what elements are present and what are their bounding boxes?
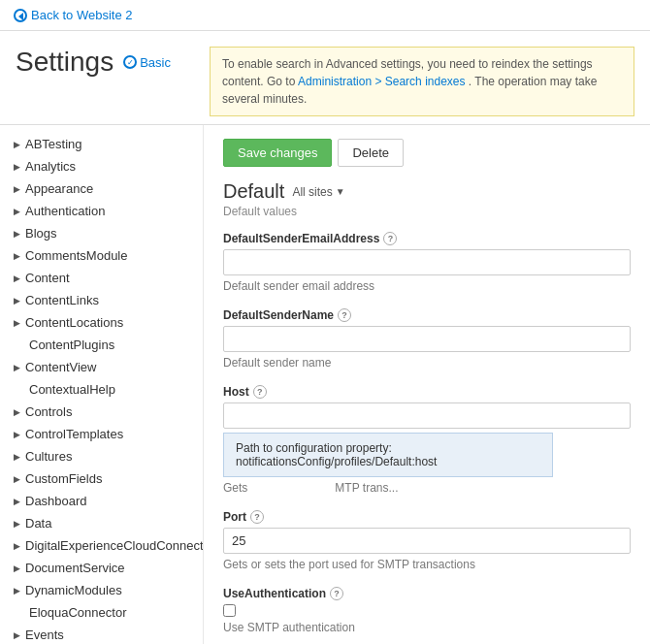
sidebar-item-label: Analytics [25, 159, 76, 174]
sidebar-item[interactable]: ▶ControlTemplates [0, 423, 203, 445]
content-area: ▶ABTesting▶Analytics▶Appearance▶Authenti… [0, 124, 650, 644]
sidebar-item-label: DocumentService [25, 561, 125, 575]
sidebar-item-label: Controls [25, 404, 72, 419]
sidebar-item[interactable]: ▶Data [0, 512, 203, 534]
sidebar-item-label: CommentsModule [25, 248, 128, 263]
field-group: DefaultSenderEmailAddress?Default sender… [223, 232, 631, 293]
sidebar-item-label: EloquaConnector [29, 605, 126, 620]
field-label: UseAuthentication? [223, 587, 631, 600]
field-label: Port? [223, 510, 631, 524]
sidebar-item[interactable]: ▶Events [0, 624, 203, 644]
sidebar-arrow-icon: ▶ [12, 184, 21, 194]
sidebar-item-label: Cultures [25, 449, 72, 464]
field-description: Default sender name [223, 356, 631, 370]
sidebar-item-label: ContentView [25, 360, 96, 374]
sidebar-item-label: CustomFields [25, 471, 102, 486]
sidebar-item-label: DynamicModules [25, 583, 122, 597]
sidebar-arrow-icon: ▶ [12, 318, 21, 328]
sidebar-item-label: ABTesting [25, 137, 82, 151]
sidebar-arrow-icon: ▶ [12, 586, 21, 596]
sidebar-item[interactable]: ▶Appearance [0, 177, 203, 200]
sidebar-item-label: Events [25, 628, 64, 642]
header-row: Settings ✓ Basic To enable search in Adv… [0, 31, 650, 124]
notice-link[interactable]: Administration > Search indexes [298, 75, 465, 88]
main-panel: Save changes Delete Default All sites ▼ … [204, 125, 650, 644]
field-group: DefaultSenderName?Default sender name [223, 308, 631, 370]
sidebar-item-label: ContentLinks [25, 293, 99, 307]
sidebar-item-label: ControlTemplates [25, 427, 123, 441]
field-label-text: DefaultSenderEmailAddress [223, 232, 379, 245]
sidebar-item-label: ContentLocations [25, 315, 123, 330]
sidebar-item[interactable]: ▶ContentLinks [0, 289, 203, 311]
sidebar-arrow-icon: ▶ [12, 497, 21, 506]
sidebar-arrow-icon: ▶ [12, 564, 21, 573]
sidebar-item[interactable]: ▶CommentsModule [0, 244, 203, 267]
sidebar-item[interactable]: ▶Authentication [0, 200, 203, 222]
section-header: Default All sites ▼ [223, 180, 631, 203]
back-label: Back to Website 2 [31, 8, 133, 22]
back-link[interactable]: Back to Website 2 [14, 8, 133, 22]
sidebar-arrow-icon: ▶ [12, 452, 21, 462]
basic-link[interactable]: ✓ Basic [123, 55, 171, 70]
sidebar-item-label: Appearance [25, 181, 93, 196]
sidebar-arrow-icon: ▶ [12, 251, 21, 261]
field-input-port[interactable] [223, 528, 631, 554]
sidebar-item-label: ContextualHelp [29, 382, 115, 397]
sidebar-item[interactable]: ▶ContentView [0, 356, 203, 378]
sidebar-arrow-icon: ▶ [12, 207, 21, 216]
sidebar-item[interactable]: ▶Content [0, 267, 203, 289]
use-auth-checkbox[interactable] [223, 604, 236, 617]
sidebar-item[interactable]: ▶Dashboard [0, 490, 203, 512]
sidebar-item[interactable]: ContentPlugins [0, 334, 203, 356]
back-icon [14, 9, 27, 22]
field-label: DefaultSenderEmailAddress? [223, 232, 631, 245]
sidebar-arrow-icon: ▶ [12, 407, 21, 417]
sidebar-item[interactable]: ▶Controls [0, 401, 203, 423]
delete-button[interactable]: Delete [338, 139, 404, 167]
field-label-text: UseAuthentication [223, 587, 326, 600]
sidebar-item[interactable]: ▶Blogs [0, 222, 203, 244]
field-input-default-sender-email[interactable] [223, 249, 631, 275]
sidebar-item-label: DigitalExperienceCloudConnector [25, 538, 204, 553]
caret-icon: ▼ [336, 186, 345, 197]
sidebar-item[interactable]: ▶Analytics [0, 155, 203, 177]
sites-dropdown[interactable]: All sites ▼ [292, 185, 344, 199]
field-label: DefaultSenderName? [223, 308, 631, 322]
sidebar-item[interactable]: ▶DocumentService [0, 557, 203, 579]
tooltip-popup: Path to configuration property: notifica… [223, 433, 553, 477]
field-description: Use SMTP authentication [223, 621, 631, 634]
sidebar-item[interactable]: ▶ABTesting [0, 133, 203, 155]
sidebar: ▶ABTesting▶Analytics▶Appearance▶Authenti… [0, 125, 204, 644]
field-description: Gets or sets the port used for SMTP tran… [223, 558, 631, 571]
field-input-default-sender-name[interactable] [223, 326, 631, 352]
field-group: Host?Path to configuration property: not… [223, 385, 631, 495]
sidebar-item[interactable]: ▶CustomFields [0, 467, 203, 490]
sidebar-item[interactable]: ▶DigitalExperienceCloudConnector [0, 534, 203, 557]
field-input-host[interactable] [223, 402, 631, 429]
sidebar-item-label: Content [25, 271, 70, 285]
sidebar-item[interactable]: ▶ContentLocations [0, 311, 203, 334]
sidebar-item[interactable]: ContextualHelp [0, 378, 203, 401]
sidebar-item[interactable]: ▶Cultures [0, 445, 203, 467]
help-icon[interactable]: ? [383, 232, 397, 245]
sidebar-item[interactable]: EloquaConnector [0, 601, 203, 624]
sidebar-item-label: Dashboard [25, 494, 87, 508]
sidebar-arrow-icon: ▶ [12, 630, 21, 640]
fields-container: DefaultSenderEmailAddress?Default sender… [223, 232, 631, 634]
circle-icon: ✓ [123, 55, 137, 69]
help-icon[interactable]: ? [338, 308, 351, 322]
help-icon[interactable]: ? [253, 385, 267, 399]
sidebar-item-label: Blogs [25, 226, 57, 241]
help-icon[interactable]: ? [250, 510, 264, 524]
field-label-text: Port [223, 510, 246, 524]
section-title: Default [223, 180, 284, 203]
page-title: Settings [16, 47, 114, 78]
field-label-text: Host [223, 385, 249, 399]
sidebar-arrow-icon: ▶ [12, 162, 21, 172]
sidebar-item-label: Authentication [25, 204, 105, 218]
help-icon[interactable]: ? [330, 587, 343, 600]
sidebar-item[interactable]: ▶DynamicModules [0, 579, 203, 601]
save-button[interactable]: Save changes [223, 139, 332, 167]
field-description: Default sender email address [223, 279, 631, 293]
sidebar-arrow-icon: ▶ [12, 296, 21, 306]
